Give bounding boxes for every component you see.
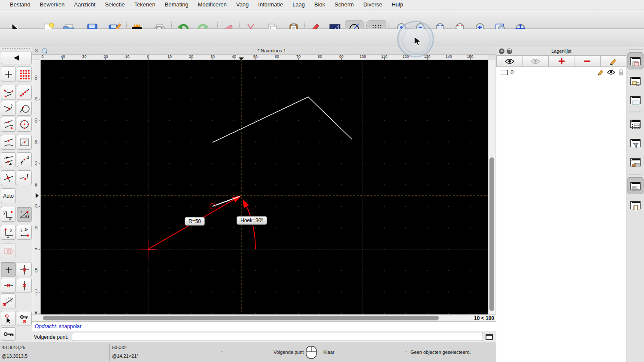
coordinate-cartesian-button[interactable]: yx bbox=[1, 207, 16, 222]
edit-layer-button[interactable] bbox=[601, 55, 626, 67]
menu-aanzicht[interactable]: Aanzicht bbox=[70, 1, 100, 8]
vertical-scrollbar bbox=[488, 60, 495, 314]
layer-panel-toolbar bbox=[496, 55, 626, 67]
drawing-canvas[interactable]: R=50 Hoek=30º bbox=[41, 60, 488, 314]
snap-auto-mode-button[interactable]: Auto bbox=[1, 188, 16, 203]
restrict-horizontal-icon bbox=[3, 280, 14, 291]
menu-bewerken[interactable]: Bewerken bbox=[35, 1, 70, 8]
middle-point-icon bbox=[3, 137, 14, 148]
plus-icon bbox=[558, 58, 565, 65]
set-relative-zero-button[interactable] bbox=[1, 311, 16, 326]
angle-rays-icon bbox=[3, 296, 15, 307]
line-arc-point-icon bbox=[3, 119, 14, 130]
command-prompt-label: Volgende punt: bbox=[34, 334, 68, 340]
absolute-coordinates: 43.3013,25 bbox=[2, 345, 25, 350]
perpendicular-icon bbox=[3, 103, 14, 114]
snap-tool-palette: 12 ! Auto yx ra 12 12 bbox=[0, 47, 32, 342]
block-list-dock-icon bbox=[630, 77, 641, 85]
command-input[interactable] bbox=[72, 333, 483, 341]
show-all-layers-button[interactable] bbox=[496, 55, 522, 67]
intersection-icon bbox=[3, 172, 14, 184]
free-position-icon bbox=[4, 69, 13, 79]
snap-extras-button bbox=[1, 243, 16, 258]
menu-bemating[interactable]: Bemating bbox=[160, 1, 193, 8]
layer-visible-eye-icon[interactable] bbox=[607, 69, 615, 75]
eye-icon bbox=[505, 58, 514, 64]
v-ruler-label: 10 bbox=[34, 224, 38, 232]
snap-auto-button[interactable] bbox=[1, 117, 16, 132]
menu-modificeren[interactable]: Modificeren bbox=[193, 1, 231, 8]
coordinate-polar-button[interactable]: ra bbox=[17, 207, 32, 222]
menu-hulp[interactable]: Hulp bbox=[387, 1, 408, 8]
snap-tangent-button[interactable] bbox=[17, 101, 32, 116]
view-list-dock-button[interactable] bbox=[627, 91, 644, 109]
command-line-dock-button[interactable] bbox=[627, 177, 644, 194]
snap-reference-button[interactable] bbox=[17, 135, 32, 150]
menu-vang[interactable]: Vang bbox=[231, 1, 253, 8]
restrict-off-button[interactable] bbox=[1, 262, 16, 277]
layer-row[interactable]: 0 bbox=[496, 68, 626, 77]
relative-polar-button[interactable]: 12 bbox=[17, 225, 32, 240]
remove-layer-button[interactable] bbox=[574, 55, 600, 67]
sidebar-drag-handle[interactable] bbox=[629, 49, 642, 50]
back-button[interactable] bbox=[1, 51, 32, 64]
menu-tekenen[interactable]: Tekenen bbox=[130, 1, 160, 8]
v-ruler-label: 20 bbox=[34, 202, 38, 210]
snap-free-button[interactable] bbox=[1, 66, 16, 81]
lock-button[interactable] bbox=[1, 327, 16, 341]
menu-blok[interactable]: Blok bbox=[310, 1, 330, 8]
lock-relative-zero-button[interactable] bbox=[17, 311, 32, 326]
layer-color-swatch[interactable] bbox=[500, 70, 508, 75]
restrict-vertical-button[interactable] bbox=[17, 278, 32, 293]
add-layer-button[interactable] bbox=[549, 55, 574, 67]
snap-angle-button[interactable] bbox=[1, 293, 16, 308]
menu-scherm[interactable]: Scherm bbox=[330, 1, 358, 8]
distance-manual-icon: 12 bbox=[19, 154, 30, 166]
layer-panel-header: ✕ ❐ Lagenlijst bbox=[496, 47, 626, 55]
property-editor-dock-button[interactable] bbox=[627, 115, 644, 132]
block-list-dock-button[interactable] bbox=[627, 72, 644, 89]
layer-lock-icon[interactable] bbox=[618, 69, 624, 75]
command-window-toggle-icon[interactable] bbox=[486, 334, 493, 340]
library-browser-dock-button[interactable] bbox=[627, 154, 644, 171]
snap-center-button[interactable] bbox=[17, 117, 32, 132]
menu-selectie[interactable]: Selectie bbox=[100, 1, 129, 8]
menu-informatie[interactable]: Informatie bbox=[253, 1, 288, 8]
snap-distance-button[interactable] bbox=[1, 152, 16, 167]
snap-intersection-manual-button[interactable]: ! bbox=[17, 170, 32, 185]
layer-edit-pencil-icon[interactable] bbox=[597, 69, 604, 75]
mouse-icon bbox=[306, 346, 317, 359]
relative-cartesian-button[interactable]: 12 bbox=[1, 225, 16, 240]
snap-perpendicular-button[interactable] bbox=[1, 101, 16, 116]
drawn-polyline-entity[interactable] bbox=[213, 97, 352, 142]
menu-bestand[interactable]: Bestand bbox=[5, 1, 35, 8]
layer-panel-title: Lagenlijst bbox=[496, 48, 626, 54]
polar-coordinate-icon: ra bbox=[19, 209, 30, 220]
restrict-orthogonal-button[interactable] bbox=[17, 262, 32, 277]
hide-all-layers-button[interactable] bbox=[522, 55, 548, 67]
restrict-horizontal-button[interactable] bbox=[1, 278, 16, 293]
snap-intersection-button[interactable] bbox=[1, 170, 16, 185]
vertical-scrollbar-thumb[interactable] bbox=[489, 157, 494, 311]
snap-distance-manual-button[interactable]: 12 bbox=[17, 152, 32, 167]
palette-drag-handle[interactable] bbox=[2, 48, 30, 50]
layer-list-dock-button[interactable] bbox=[627, 52, 644, 69]
status-separator-dot bbox=[405, 351, 407, 353]
clipboard-dock-button[interactable] bbox=[627, 196, 644, 214]
horizontal-scrollbar-thumb[interactable] bbox=[43, 316, 439, 320]
selection-filter-dock-button[interactable] bbox=[627, 134, 644, 151]
radius-tooltip: R=50 bbox=[185, 217, 205, 226]
snap-endpoints-button[interactable] bbox=[1, 85, 16, 100]
svg-text:1: 1 bbox=[7, 234, 9, 238]
snap-grid-button[interactable] bbox=[17, 66, 32, 81]
menu-diverse[interactable]: Diverse bbox=[358, 1, 387, 8]
angle-tooltip: Hoek=30º bbox=[237, 216, 267, 225]
sidebar-separator bbox=[629, 174, 642, 175]
snap-on-entity-button[interactable] bbox=[17, 85, 32, 100]
selection-filter-dock-icon bbox=[630, 139, 641, 147]
snap-middle-button[interactable] bbox=[1, 135, 16, 150]
layer-list: 0 bbox=[496, 67, 626, 362]
layer-list-panel: ✕ ❐ Lagenlijst 0 bbox=[496, 47, 626, 362]
key-zero-icon bbox=[19, 313, 30, 324]
menu-laag[interactable]: Laag bbox=[288, 1, 310, 8]
